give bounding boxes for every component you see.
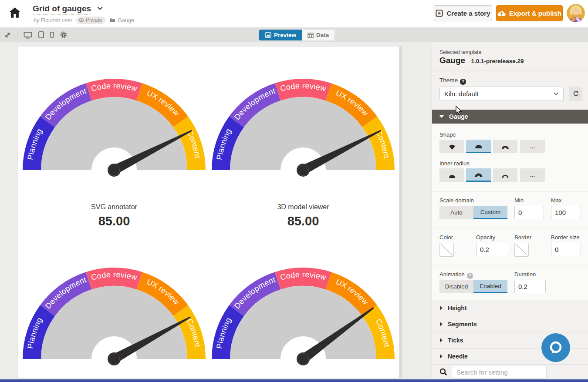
min-input[interactable] bbox=[514, 206, 544, 219]
theme-select[interactable]: Kiln: default bbox=[439, 87, 564, 101]
desktop-preview-icon[interactable] bbox=[24, 31, 32, 39]
section-header-gauge[interactable]: Gauge bbox=[432, 110, 588, 124]
gauge-cell-4: PlanningDevelopmentCode reviewUX reviewC… bbox=[209, 268, 398, 379]
arch-shape-icon bbox=[501, 144, 510, 150]
gauge-chart-2: PlanningDevelopmentCode reviewUX reviewC… bbox=[212, 79, 395, 179]
gear-icon[interactable] bbox=[60, 31, 67, 38]
tab-preview[interactable]: Preview bbox=[259, 30, 302, 40]
chevron-collapsed-icon bbox=[440, 306, 443, 310]
max-label: Max bbox=[551, 197, 562, 204]
gauge-value: 85.00 bbox=[20, 214, 209, 228]
chevron-down-icon[interactable] bbox=[97, 4, 103, 12]
chevron-down-icon bbox=[554, 92, 559, 95]
scale-domain-group: Scale domain Auto Custom Min Max bbox=[432, 191, 588, 228]
shape-option-fan[interactable] bbox=[439, 140, 464, 153]
selected-template-block: Selected template Gauge 1.0.1-prerelease… bbox=[432, 46, 588, 70]
gauge-title: 3D model viewer bbox=[209, 203, 398, 211]
shape-option-semicircle[interactable] bbox=[466, 140, 491, 153]
inner-radius-option-none[interactable] bbox=[439, 168, 464, 182]
folder-icon bbox=[109, 18, 115, 23]
gauge-cell-1: PlanningDevelopmentCode reviewUX reviewC… bbox=[20, 79, 209, 228]
border-size-input[interactable] bbox=[551, 243, 581, 256]
shape-option-more[interactable]: ... bbox=[520, 140, 545, 153]
project-meta: by Flourish user Private Gauge bbox=[34, 17, 134, 24]
animation-disabled[interactable]: Disabled bbox=[439, 280, 473, 293]
border-swatch[interactable] bbox=[514, 243, 529, 257]
animation-group: Animation? Disabled Enabled Duration bbox=[432, 265, 588, 300]
inner-radius-option-more[interactable]: ... bbox=[520, 168, 545, 182]
opacity-label: Opacity bbox=[476, 234, 495, 241]
refresh-themes-button[interactable] bbox=[569, 87, 582, 101]
help-icon[interactable]: ? bbox=[460, 79, 466, 85]
refresh-icon bbox=[573, 90, 579, 97]
inner-radius-option-medium[interactable] bbox=[466, 168, 491, 182]
shape-group: Shape ... Inner radius ... bbox=[432, 124, 588, 191]
cloud-upload-icon bbox=[497, 10, 506, 17]
color-swatch[interactable] bbox=[439, 243, 454, 257]
chevron-collapsed-icon bbox=[440, 338, 443, 342]
filled-dome-icon bbox=[448, 172, 456, 178]
user-avatar[interactable] bbox=[567, 4, 585, 22]
view-tabs: Preview Data bbox=[259, 30, 335, 40]
app-header: Grid of gauges by Flourish user Private … bbox=[0, 0, 588, 27]
section-header-segments[interactable]: Segments bbox=[432, 316, 588, 332]
folder-breadcrumb[interactable]: Gauge bbox=[109, 17, 134, 23]
scale-domain-label: Scale domain bbox=[439, 197, 474, 204]
thin-arc-icon bbox=[501, 172, 510, 178]
fullscreen-icon[interactable] bbox=[4, 32, 11, 38]
section-header-height[interactable]: Height bbox=[432, 300, 588, 316]
setting-search-bar bbox=[432, 365, 588, 379]
shape-label: Shape bbox=[439, 131, 456, 138]
tab-data[interactable]: Data bbox=[302, 30, 335, 40]
shape-option-arch[interactable] bbox=[493, 140, 517, 153]
color-group: Color Opacity Border Border size bbox=[432, 228, 588, 265]
bottom-accent-bar bbox=[0, 379, 588, 382]
gauge-value: 85.00 bbox=[209, 214, 398, 228]
template-name: Gauge bbox=[439, 56, 465, 65]
theme-label: Theme? bbox=[439, 77, 466, 85]
inner-radius-option-large[interactable] bbox=[493, 168, 517, 182]
area-chart-icon bbox=[265, 32, 271, 38]
privacy-badge: Private bbox=[76, 17, 105, 24]
gauge-cell-3: PlanningDevelopmentCode reviewUX reviewC… bbox=[20, 268, 209, 379]
export-publish-button[interactable]: Export & publish bbox=[496, 5, 563, 21]
eye-icon bbox=[79, 18, 84, 22]
gauge-cell-2: PlanningDevelopmentCode reviewUX reviewC… bbox=[209, 79, 398, 228]
opacity-input[interactable] bbox=[476, 243, 509, 256]
border-size-label: Border size bbox=[551, 234, 580, 241]
byline: by Flourish user bbox=[34, 17, 72, 23]
home-icon bbox=[9, 7, 21, 19]
chevron-expanded-icon bbox=[439, 115, 444, 118]
max-input[interactable] bbox=[551, 206, 581, 219]
fan-shape-icon bbox=[448, 143, 456, 151]
min-label: Min bbox=[514, 197, 524, 204]
project-title[interactable]: Grid of gauges bbox=[33, 4, 91, 15]
duration-label: Duration bbox=[514, 271, 536, 278]
create-story-button[interactable]: Create a story bbox=[434, 5, 492, 21]
selected-template-label: Selected template bbox=[439, 49, 481, 55]
main-area: PlanningDevelopmentCode reviewUX reviewC… bbox=[0, 42, 588, 382]
theme-block: Theme? Kiln: default bbox=[432, 70, 588, 110]
animation-label: Animation? bbox=[439, 271, 473, 279]
table-grid-icon bbox=[308, 33, 314, 38]
search-input[interactable] bbox=[452, 366, 547, 379]
color-label: Color bbox=[439, 234, 453, 241]
gauge-chart-1: PlanningDevelopmentCode reviewUX reviewC… bbox=[23, 79, 206, 179]
gauge-chart-3: PlanningDevelopmentCode reviewUX reviewC… bbox=[23, 268, 206, 368]
chevron-collapsed-icon bbox=[440, 354, 443, 359]
animation-enabled[interactable]: Enabled bbox=[473, 280, 507, 293]
help-chat-button[interactable] bbox=[541, 333, 570, 362]
duration-input[interactable] bbox=[514, 280, 546, 293]
home-button[interactable] bbox=[9, 7, 22, 20]
help-icon[interactable]: ? bbox=[467, 273, 473, 279]
scale-domain-auto[interactable]: Auto bbox=[439, 206, 473, 219]
tablet-preview-icon[interactable] bbox=[38, 31, 44, 38]
toolbar-divider bbox=[17, 30, 17, 39]
chart-preview-panel: PlanningDevelopmentCode reviewUX reviewC… bbox=[17, 46, 399, 379]
gauge-title: SVG annotator bbox=[20, 203, 209, 211]
preview-scrollbar[interactable] bbox=[399, 46, 402, 379]
mobile-preview-icon[interactable] bbox=[50, 32, 54, 38]
play-square-icon bbox=[436, 10, 443, 17]
scale-domain-custom[interactable]: Custom bbox=[473, 206, 507, 219]
editor-toolbar: Preview Data bbox=[0, 27, 588, 42]
